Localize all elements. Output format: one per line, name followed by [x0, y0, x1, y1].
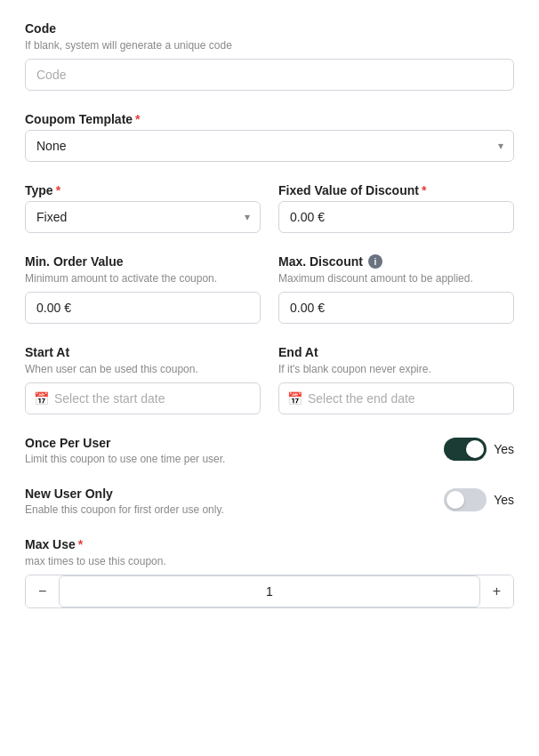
min-max-section: Min. Order Value Minimum amount to activ…	[25, 254, 514, 324]
new-user-only-row: New User Only Enable this coupon for fir…	[25, 487, 514, 516]
end-at-input-wrapper: 📅	[278, 382, 514, 414]
once-per-user-hint: Limit this coupon to use one time per us…	[25, 453, 444, 465]
max-discount-field: Max. Discount i Maximum discount amount …	[278, 254, 514, 324]
fixed-value-input[interactable]	[278, 201, 514, 233]
max-use-value-input[interactable]	[59, 575, 479, 607]
code-section: Code If blank, system will generate a un…	[25, 21, 514, 91]
max-use-hint: max times to use this coupon.	[25, 555, 514, 567]
new-user-only-hint: Enable this coupon for first order use o…	[25, 503, 444, 516]
max-use-increment-button[interactable]: +	[480, 575, 513, 607]
once-per-user-section: Once Per User Limit this coupon to use o…	[25, 436, 514, 465]
once-per-user-toggle-right: Yes	[444, 438, 514, 461]
once-per-user-yes: Yes	[494, 442, 514, 456]
start-at-field: Start At When user can be used this coup…	[25, 345, 261, 414]
new-user-only-yes: Yes	[494, 493, 514, 507]
dates-section: Start At When user can be used this coup…	[25, 345, 514, 414]
min-order-hint: Minimum amount to activate the coupon.	[25, 272, 261, 285]
start-at-label: Start At	[25, 345, 261, 359]
max-discount-input[interactable]	[278, 292, 514, 324]
start-at-input[interactable]	[25, 382, 261, 414]
type-fixed-section: Type * Fixed Percentage ▾ Fixed Value of…	[25, 183, 514, 233]
code-input[interactable]	[25, 59, 514, 91]
end-at-hint: If it's blank coupon never expire.	[278, 363, 514, 375]
new-user-only-section: New User Only Enable this coupon for fir…	[25, 487, 514, 516]
max-discount-label: Max. Discount i	[278, 254, 514, 269]
min-order-field: Min. Order Value Minimum amount to activ…	[25, 254, 261, 324]
coupon-template-section: Coupom Template * None ▾	[25, 112, 514, 162]
min-order-input[interactable]	[25, 292, 261, 324]
type-select-wrapper: Fixed Percentage ▾	[25, 201, 261, 233]
coupon-template-required: *	[135, 112, 140, 126]
max-discount-hint: Maximum discount amount to be applied.	[278, 272, 514, 285]
coupon-template-select[interactable]: None	[25, 130, 514, 162]
once-per-user-info: Once Per User Limit this coupon to use o…	[25, 436, 444, 465]
start-at-input-wrapper: 📅	[25, 382, 261, 414]
once-per-user-row: Once Per User Limit this coupon to use o…	[25, 436, 514, 465]
once-per-user-label: Once Per User	[25, 436, 444, 450]
type-select[interactable]: Fixed Percentage	[25, 201, 261, 233]
once-per-user-toggle[interactable]	[444, 438, 487, 461]
start-at-hint: When user can be used this coupon.	[25, 363, 261, 375]
max-use-section: Max Use * max times to use this coupon. …	[25, 537, 514, 608]
end-at-label: End At	[278, 345, 514, 359]
new-user-only-label: New User Only	[25, 487, 444, 501]
new-user-only-toggle-right: Yes	[444, 488, 514, 511]
fixed-value-required: *	[422, 183, 426, 197]
min-order-label: Min. Order Value	[25, 254, 261, 269]
type-label: Type *	[25, 183, 261, 197]
code-label: Code	[25, 21, 514, 36]
max-use-stepper: − +	[25, 575, 514, 608]
fixed-value-label: Fixed Value of Discount *	[278, 183, 514, 197]
type-field: Type * Fixed Percentage ▾	[25, 183, 261, 233]
new-user-only-toggle[interactable]	[444, 488, 487, 511]
new-user-only-info: New User Only Enable this coupon for fir…	[25, 487, 444, 516]
max-use-label: Max Use *	[25, 537, 514, 551]
type-required: *	[56, 183, 60, 197]
max-discount-info-icon[interactable]: i	[368, 254, 382, 269]
code-hint: If blank, system will generate a unique …	[25, 39, 514, 52]
end-at-field: End At If it's blank coupon never expire…	[278, 345, 514, 414]
max-use-decrement-button[interactable]: −	[26, 575, 59, 607]
end-at-input[interactable]	[278, 382, 514, 414]
fixed-value-field: Fixed Value of Discount *	[278, 183, 514, 233]
coupon-template-select-wrapper: None ▾	[25, 130, 514, 162]
coupon-template-label: Coupom Template *	[25, 112, 514, 126]
max-use-required: *	[78, 537, 83, 551]
